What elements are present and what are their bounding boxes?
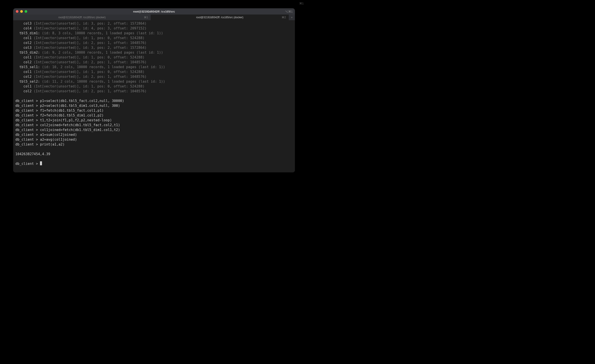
maximize-icon[interactable] [25, 10, 27, 13]
tab-2[interactable]: root@32192d9342ff: /cs165/src (docker) ⌘… [151, 14, 289, 20]
column-name: col1 [23, 84, 34, 88]
command-line: db_client > p2=select(db1.tbl5_dim1.col3… [15, 103, 293, 108]
column-name: col4 [23, 26, 34, 30]
column-name: col3 [23, 46, 34, 50]
command-output: 104263827454,4.39 [15, 152, 50, 156]
schema-table-line: tbl5_sel1: (id: 10, 2 cols, 10000 record… [15, 65, 293, 70]
titlebar-right-indicators: ⌥⌘1 [285, 10, 293, 13]
table-name: tbl5_sel1: [19, 65, 42, 69]
schema-column-line: col1 (Int[vector(unsorted)], id: 1, pos:… [15, 70, 293, 74]
prompt-text: db_client > [15, 99, 40, 103]
prompt-text: db_client > [15, 104, 40, 108]
schema-column-line: col1 (Int[vector(unsorted)], id: 1, pos:… [15, 36, 293, 40]
desktop-background: ⌘1 root@32192d9342ff: /cs165/src ⌥⌘1 roo… [0, 0, 308, 188]
table-name: tbl5_dim1: [19, 31, 42, 35]
schema-desc: (id: 8, 3 cols, 10000 records, 1 loaded … [42, 31, 163, 35]
prompt-text: db_client > [15, 143, 40, 146]
schema-column-line: col1 (Int[vector(unsorted)], id: 1, pos:… [15, 55, 293, 60]
command-line: db_client > col2joined=fetch(db1.tbl5_fa… [15, 123, 293, 128]
command-line: db_client > f2=fetch(db1.tbl5_dim1.col1,… [15, 113, 293, 118]
command-line: db_client > a1=sum(col2joined) [15, 132, 293, 137]
add-tab-button[interactable]: + [289, 14, 295, 20]
schema-column-line: col3 (Int[vector(unsorted)], id: 3, pos:… [15, 21, 293, 26]
schema-column-line: col2 (Int[vector(unsorted)], id: 2, pos:… [15, 74, 293, 79]
command-text: t1,t2=join(f1,p1,f2,p2,nested-loop) [40, 118, 112, 122]
prompt-text: db_client > [15, 133, 40, 137]
schema-column-line: col2 (Int[vector(unsorted)], id: 2, pos:… [15, 40, 293, 45]
traffic-lights [16, 10, 27, 13]
output-line: 104263827454,4.39 [15, 152, 293, 157]
desktop-space-indicator: ⌘1 [299, 2, 304, 5]
minimize-icon[interactable] [20, 10, 23, 13]
blank-line [15, 157, 293, 161]
active-prompt-line: db_client > [15, 161, 293, 166]
command-text: p1=select(db1.tbl5_fact.col2,null, 30000… [40, 99, 124, 103]
schema-desc: (Int[vector(unsorted)], id: 2, pos: 1, o… [34, 60, 147, 64]
command-line: db_client > a2=avg(col1joined) [15, 137, 293, 142]
column-name: col1 [23, 70, 34, 74]
tab-2-label: root@32192d9342ff: /cs165/src (docker) [196, 16, 243, 19]
close-icon[interactable] [16, 10, 18, 13]
schema-desc: (Int[vector(unsorted)], id: 4, pos: 3, o… [34, 26, 147, 30]
schema-desc: (Int[vector(unsorted)], id: 2, pos: 1, o… [34, 75, 147, 79]
schema-table-line: tbl5_dim2: (id: 9, 2 cols, 10000 records… [15, 50, 293, 55]
column-name: col1 [23, 36, 34, 40]
column-name: col1 [23, 55, 34, 59]
schema-table-line: tbl5_sel2: (id: 11, 2 cols, 10000 record… [15, 79, 293, 84]
command-line: db_client > print(a1,a2) [15, 142, 293, 147]
prompt-text: db_client > [15, 123, 40, 127]
prompt-text: db_client > [15, 138, 40, 142]
schema-desc: (Int[vector(unsorted)], id: 1, pos: 0, o… [34, 84, 145, 88]
command-text: f2=fetch(db1.tbl5_dim1.col1,p2) [40, 114, 104, 117]
prompt-text: db_client > [15, 109, 40, 113]
tab-bar: root@32192d9342ff: /cs165/src (docker) ⌘… [13, 14, 295, 20]
schema-column-line: col2 (Int[vector(unsorted)], id: 2, pos:… [15, 60, 293, 65]
command-line: db_client > t1,t2=join(f1,p1,f2,p2,neste… [15, 118, 293, 123]
schema-column-line: col2 (Int[vector(unsorted)], id: 2, pos:… [15, 89, 293, 94]
schema-desc: (id: 11, 2 cols, 10000 records, 1 loaded… [42, 79, 165, 84]
cursor[interactable] [40, 161, 42, 165]
prompt-text: db_client > [15, 128, 40, 132]
command-line: db_client > f1=fetch(db1.tbl5_fact.col1,… [15, 108, 293, 113]
tab-1[interactable]: root@32192d9342ff: /cs165/src (docker) ⌘… [13, 14, 151, 20]
column-name: col2 [23, 75, 34, 79]
prompt-text: db_client > [15, 118, 40, 122]
column-name: col3 [23, 21, 34, 26]
command-text: print(a1,a2) [40, 143, 65, 146]
column-name: col2 [23, 60, 34, 64]
terminal-output-area[interactable]: col3 (Int[vector(unsorted)], id: 3, pos:… [13, 20, 295, 172]
tab-2-shortcut: ⌘2 [282, 16, 286, 19]
tab-1-label: root@32192d9342ff: /cs165/src (docker) [58, 16, 106, 19]
blank-line [15, 94, 293, 99]
schema-desc: (Int[vector(unsorted)], id: 2, pos: 1, o… [34, 41, 147, 45]
command-text: a1=sum(col2joined) [40, 133, 77, 137]
schema-column-line: col1 (Int[vector(unsorted)], id: 1, pos:… [15, 84, 293, 89]
window-titlebar[interactable]: root@32192d9342ff: /cs165/src ⌥⌘1 [13, 8, 295, 14]
schema-desc: (Int[vector(unsorted)], id: 1, pos: 0, o… [34, 70, 145, 74]
tab-1-shortcut: ⌘1 [144, 16, 148, 19]
table-name: tbl5_dim2: [19, 50, 42, 55]
prompt-text: db_client > [15, 114, 40, 117]
pane-indicator-icon: ⌥⌘1 [285, 10, 293, 13]
schema-desc: (Int[vector(unsorted)], id: 1, pos: 0, o… [34, 55, 145, 59]
schema-desc: (Int[vector(unsorted)], id: 3, pos: 2, o… [34, 46, 147, 50]
blank-line [15, 147, 293, 152]
window-title: root@32192d9342ff: /cs165/src [13, 10, 295, 13]
command-text: col2joined=fetch(db1.tbl5_fact.col2,t1) [40, 123, 120, 127]
schema-table-line: tbl5_dim1: (id: 8, 3 cols, 10000 records… [15, 31, 293, 36]
command-text: col1joined=fetch(db1.tbl5_dim1.col1,t2) [40, 128, 120, 132]
command-line: db_client > p1=select(db1.tbl5_fact.col2… [15, 99, 293, 103]
schema-desc: (Int[vector(unsorted)], id: 3, pos: 2, o… [34, 21, 147, 26]
command-line: db_client > col1joined=fetch(db1.tbl5_di… [15, 128, 293, 132]
schema-desc: (id: 10, 2 cols, 10000 records, 1 loaded… [42, 65, 165, 69]
prompt-text: db_client > [15, 162, 40, 166]
command-text: f1=fetch(db1.tbl5_fact.col1,p1) [40, 109, 104, 113]
table-name: tbl5_sel2: [19, 79, 42, 84]
schema-column-line: col4 (Int[vector(unsorted)], id: 4, pos:… [15, 26, 293, 31]
terminal-window: root@32192d9342ff: /cs165/src ⌥⌘1 root@3… [13, 8, 295, 172]
schema-desc: (Int[vector(unsorted)], id: 1, pos: 0, o… [34, 36, 145, 40]
schema-desc: (id: 9, 2 cols, 10000 records, 1 loaded … [42, 50, 163, 55]
schema-column-line: col3 (Int[vector(unsorted)], id: 3, pos:… [15, 45, 293, 50]
command-text: p2=select(db1.tbl5_dim1.col3,null, 300) [40, 104, 120, 108]
schema-desc: (Int[vector(unsorted)], id: 2, pos: 1, o… [34, 89, 147, 93]
